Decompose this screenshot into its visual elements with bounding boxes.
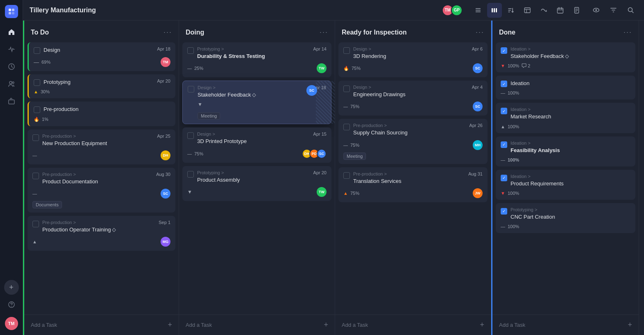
- column-rfi-menu[interactable]: ···: [476, 28, 484, 37]
- card-ideation[interactable]: Ideation — 100%: [496, 76, 635, 99]
- timeline-view-btn[interactable]: [536, 3, 551, 18]
- card-3d-printed-prototype[interactable]: Design > 3D Printed Prototype Apr 15 — 7…: [182, 127, 331, 162]
- card-ts-progress: ▲ 75%: [343, 191, 359, 196]
- sidebar-home-icon[interactable]: [4, 25, 19, 39]
- table-view-btn[interactable]: [520, 3, 535, 18]
- avatar-gp[interactable]: GP: [451, 5, 462, 16]
- card-ideation-pct: 100%: [508, 90, 519, 95]
- dash-icon6: —: [501, 157, 505, 162]
- card-market-research[interactable]: Ideation > Market Research ▲ 100%: [496, 103, 635, 133]
- svg-rect-19: [557, 8, 563, 13]
- progress-dash-icon3: —: [32, 191, 37, 196]
- dash-icon2: —: [187, 151, 192, 156]
- card-cnc-meta: Prototyping >: [511, 207, 630, 212]
- card-product-requirements[interactable]: Ideation > Product Requirements ▼ 100%: [496, 170, 635, 200]
- card-ts-checkbox[interactable]: [343, 172, 350, 179]
- column-done-menu[interactable]: ···: [623, 28, 632, 37]
- card-prototyping[interactable]: Prototyping Apr 20 ▲ 30%: [28, 74, 175, 98]
- card-cnc-part-creation[interactable]: Prototyping > CNC Part Creation — 100%: [496, 203, 635, 233]
- card-stakeholder-feedback-dragging[interactable]: Design > Stakeholder Feedback Apr 18 ▼ M…: [182, 81, 331, 124]
- card-new-production-equipment[interactable]: Pre-production > New Production Equipmen…: [28, 129, 175, 164]
- card-fa-checkbox[interactable]: [501, 141, 507, 148]
- app-logo[interactable]: [5, 5, 18, 18]
- column-done-body: Ideation > Stakeholder Feedback ▼ 100% 2: [492, 42, 639, 314]
- card-pa-checkbox[interactable]: [187, 171, 194, 178]
- sidebar-help-icon[interactable]: [4, 297, 19, 312]
- card-npe-checkbox[interactable]: [32, 134, 39, 141]
- card-ed-meta: Design >: [353, 85, 469, 90]
- sidebar-work-icon[interactable]: [4, 94, 19, 109]
- card-mr-pct: 100%: [508, 124, 519, 129]
- column-doing-body: Prototyping > Durability & Stress Testin…: [179, 42, 335, 314]
- card-mr-checkbox[interactable]: [501, 108, 507, 114]
- column-todo: To Do ··· Design Apr 18 —: [23, 21, 179, 335]
- card-ed-checkbox[interactable]: [343, 85, 350, 92]
- column-todo-menu[interactable]: ···: [163, 28, 172, 37]
- progress-dash-icon: —: [34, 59, 39, 65]
- card-production-operator-training[interactable]: Pre-production > Production Operator Tra…: [28, 216, 175, 251]
- card-mr-progress: ▲ 100%: [501, 124, 519, 129]
- card-sf-drag-checkbox[interactable]: [188, 86, 194, 92]
- card-preproduction-progress: 🔥 1%: [34, 117, 48, 122]
- add-task-todo-label: Add a Task: [31, 322, 57, 328]
- calendar-view-btn[interactable]: [553, 3, 568, 18]
- card-mr-title: Market Research: [511, 113, 630, 120]
- card-pot-avatar: MG: [161, 237, 170, 247]
- card-durability[interactable]: Prototyping > Durability & Stress Testin…: [182, 42, 331, 77]
- card-pr-checkbox[interactable]: [501, 175, 507, 181]
- card-design[interactable]: Design Apr 18 — 69% TM: [28, 42, 175, 71]
- card-design-checkbox[interactable]: [34, 47, 40, 54]
- add-task-todo[interactable]: Add a Task +: [24, 314, 179, 335]
- down-icon2: ▼: [501, 191, 505, 196]
- card-dst-checkbox[interactable]: [187, 47, 194, 54]
- column-rfi-header: Ready for Inspection ···: [335, 21, 491, 42]
- search-icon[interactable]: [623, 3, 637, 17]
- board-view-btn[interactable]: [487, 3, 502, 18]
- add-task-done[interactable]: Add a Task +: [492, 314, 639, 335]
- card-pd-date: Aug 30: [156, 172, 170, 177]
- card-supply-chain-sourcing[interactable]: Pre-production > Supply Chain Sourcing A…: [338, 119, 488, 164]
- card-pot-checkbox[interactable]: [32, 221, 39, 227]
- card-stakeholder-feedback-done[interactable]: Ideation > Stakeholder Feedback ▼ 100% 2: [496, 42, 635, 72]
- svg-point-28: [595, 9, 597, 11]
- header-right: [589, 3, 637, 17]
- card-3dpp-checkbox[interactable]: [187, 132, 194, 139]
- list-view-btn[interactable]: [471, 3, 485, 18]
- column-doing-menu[interactable]: ···: [320, 28, 328, 37]
- sidebar-activity-icon[interactable]: [4, 42, 19, 57]
- sidebar-time-icon[interactable]: [4, 59, 19, 74]
- card-3d-rendering[interactable]: Design > 3D Rendering Apr 6 🔥 75% SC: [338, 42, 488, 77]
- card-product-assembly[interactable]: Prototyping > Product Assembly Apr 20 ▼ …: [182, 166, 331, 201]
- sort-view-btn[interactable]: [504, 3, 518, 18]
- card-preproduction-pct: 1%: [42, 117, 48, 122]
- sidebar-add-button[interactable]: +: [4, 280, 19, 295]
- chevron-down-icon2: ▼: [187, 189, 192, 195]
- sidebar-user-avatar[interactable]: TM: [5, 317, 18, 330]
- card-product-documentation[interactable]: Pre-production > Product Documentation A…: [28, 168, 175, 213]
- card-engineering-drawings[interactable]: Design > Engineering Drawings Apr 4 — 75…: [338, 81, 488, 116]
- card-feasibility-analysis[interactable]: Ideation > Feasibility Analysis — 100%: [496, 136, 635, 166]
- column-rfi-title: Ready for Inspection: [342, 29, 407, 36]
- watch-icon[interactable]: [589, 3, 603, 17]
- card-prototyping-checkbox[interactable]: [34, 79, 40, 86]
- card-ideation-checkbox[interactable]: [501, 81, 507, 87]
- card-scs-checkbox[interactable]: [343, 124, 350, 130]
- sidebar-people-icon[interactable]: [4, 76, 19, 91]
- page-title: Tillery Manufacturing: [30, 7, 437, 14]
- add-task-rfi[interactable]: Add a Task +: [335, 314, 491, 335]
- card-pre-production[interactable]: Pre-production 🔥 1%: [28, 102, 175, 126]
- card-cnc-checkbox[interactable]: [501, 208, 507, 215]
- card-preproduction-checkbox[interactable]: [34, 106, 40, 113]
- card-prototyping-pct: 30%: [41, 89, 50, 94]
- card-dst-date: Apr 14: [313, 46, 327, 51]
- card-sfd-checkbox[interactable]: [501, 47, 507, 54]
- doc-view-btn[interactable]: [569, 3, 584, 18]
- card-translation-services[interactable]: Pre-production > Translation Services Au…: [338, 167, 488, 202]
- card-pd-checkbox[interactable]: [32, 173, 39, 179]
- add-task-doing[interactable]: Add a Task +: [179, 314, 335, 335]
- card-pr-progress: ▼ 100%: [501, 191, 519, 196]
- card-3dpp-progress: — 75%: [187, 151, 203, 156]
- card-ts-meta: Pre-production >: [353, 171, 465, 176]
- filter-icon[interactable]: [606, 3, 620, 17]
- card-3dr-checkbox[interactable]: [343, 47, 350, 54]
